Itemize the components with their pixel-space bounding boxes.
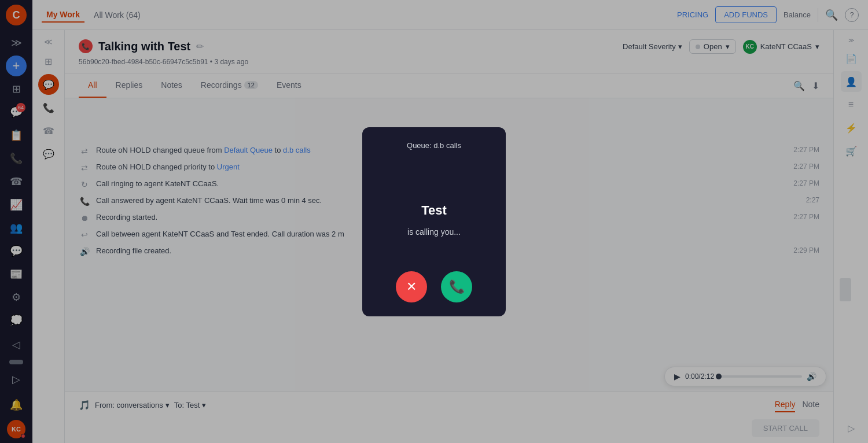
decline-call-button[interactable]: ✕ — [396, 271, 427, 302]
accept-call-button[interactable]: 📞 — [441, 271, 472, 302]
call-modal-overlay: Queue: d.b calls Test is calling you... … — [0, 0, 868, 443]
calling-text: is calling you... — [407, 227, 461, 237]
call-modal: Queue: d.b calls Test is calling you... … — [362, 127, 506, 316]
caller-name: Test — [421, 203, 447, 218]
call-actions: ✕ 📞 — [396, 271, 472, 302]
queue-label: Queue: d.b calls — [407, 141, 461, 150]
